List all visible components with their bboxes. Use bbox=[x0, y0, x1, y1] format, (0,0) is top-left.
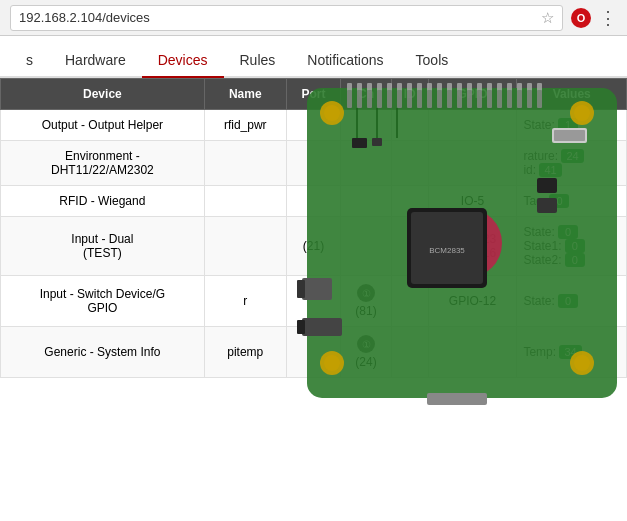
device-port bbox=[286, 276, 340, 327]
device-name: Environment -DHT11/22/AM2302 bbox=[1, 141, 205, 186]
table-row: Input - Switch Device/GGPIO r ①(81) GPIO… bbox=[1, 276, 627, 327]
device-ch bbox=[341, 141, 392, 186]
table-row: Generic - System Info pitemp ①(24) Temp:… bbox=[1, 327, 627, 378]
col-ch: Ch bbox=[341, 79, 392, 110]
device-id bbox=[391, 186, 428, 217]
device-values: rature: 24 id: 41 bbox=[517, 141, 627, 186]
nav-tabs: s Hardware Devices Rules Notifications T… bbox=[0, 36, 627, 78]
device-id bbox=[391, 276, 428, 327]
col-port: Port bbox=[286, 79, 340, 110]
col-device: Device bbox=[1, 79, 205, 110]
address-bar[interactable]: 192.168.2.104/devices ☆ bbox=[10, 5, 563, 31]
device-name: Output - Output Helper bbox=[1, 110, 205, 141]
device-values: State: 1 bbox=[517, 110, 627, 141]
device-id bbox=[391, 110, 428, 141]
device-port: (21) bbox=[286, 217, 340, 276]
menu-icon[interactable]: ⋮ bbox=[599, 7, 617, 29]
device-ch bbox=[341, 186, 392, 217]
device-id bbox=[391, 217, 428, 276]
table-row: Environment -DHT11/22/AM2302 rature: 24 … bbox=[1, 141, 627, 186]
url-text: 192.168.2.104/devices bbox=[19, 10, 150, 25]
device-name: Input - Dual(TEST) bbox=[1, 217, 205, 276]
tab-s[interactable]: s bbox=[10, 44, 49, 78]
device-gpio: IO-5 bbox=[428, 186, 517, 217]
device-name-val bbox=[204, 217, 286, 276]
device-name: Input - Switch Device/GGPIO bbox=[1, 276, 205, 327]
device-name-val bbox=[204, 186, 286, 217]
col-name: Name bbox=[204, 79, 286, 110]
device-port bbox=[286, 186, 340, 217]
device-id bbox=[391, 141, 428, 186]
device-gpio: GPIO-12 bbox=[428, 276, 517, 327]
devices-table-container: Device Name Port Ch ID GPIO Values Outpu… bbox=[0, 78, 627, 378]
device-id bbox=[391, 327, 428, 378]
device-values: Tag: 0 bbox=[517, 186, 627, 217]
device-port bbox=[286, 141, 340, 186]
devices-table: Device Name Port Ch ID GPIO Values Outpu… bbox=[0, 78, 627, 378]
device-gpio bbox=[428, 327, 517, 378]
device-name-val bbox=[204, 141, 286, 186]
device-name-val: pitemp bbox=[204, 327, 286, 378]
device-ch: ①(24) bbox=[341, 327, 392, 378]
svg-rect-54 bbox=[427, 393, 487, 405]
table-header-row: Device Name Port Ch ID GPIO Values bbox=[1, 79, 627, 110]
table-row: Output - Output Helper rfid_pwr State: 1 bbox=[1, 110, 627, 141]
device-name: Generic - System Info bbox=[1, 327, 205, 378]
device-gpio bbox=[428, 141, 517, 186]
device-ch bbox=[341, 217, 392, 276]
device-gpio bbox=[428, 110, 517, 141]
col-values: Values bbox=[517, 79, 627, 110]
star-icon[interactable]: ☆ bbox=[541, 9, 554, 27]
device-gpio: GPIO-23GPIO-16 bbox=[428, 217, 517, 276]
col-gpio: GPIO bbox=[428, 79, 517, 110]
opera-icon: O bbox=[571, 8, 591, 28]
device-port bbox=[286, 327, 340, 378]
tab-notifications[interactable]: Notifications bbox=[291, 44, 399, 78]
tab-devices[interactable]: Devices bbox=[142, 44, 224, 78]
device-name-val: rfid_pwr bbox=[204, 110, 286, 141]
device-name: RFID - Wiegand bbox=[1, 186, 205, 217]
col-id: ID bbox=[391, 79, 428, 110]
table-row: RFID - Wiegand IO-5 Tag: 0 bbox=[1, 186, 627, 217]
tab-tools[interactable]: Tools bbox=[400, 44, 465, 78]
table-row: Input - Dual(TEST) (21) GPIO-23GPIO-16 S… bbox=[1, 217, 627, 276]
device-ch: ①(81) bbox=[341, 276, 392, 327]
device-ch bbox=[341, 110, 392, 141]
device-values: State: 0 State1: 0 State2: 0 bbox=[517, 217, 627, 276]
browser-icons: O ⋮ bbox=[571, 7, 617, 29]
device-port bbox=[286, 110, 340, 141]
tab-rules[interactable]: Rules bbox=[224, 44, 292, 78]
device-name-val: r bbox=[204, 276, 286, 327]
browser-bar: 192.168.2.104/devices ☆ O ⋮ bbox=[0, 0, 627, 36]
device-values: State: 0 bbox=[517, 276, 627, 327]
tab-hardware[interactable]: Hardware bbox=[49, 44, 142, 78]
device-values: Temp: 34 bbox=[517, 327, 627, 378]
